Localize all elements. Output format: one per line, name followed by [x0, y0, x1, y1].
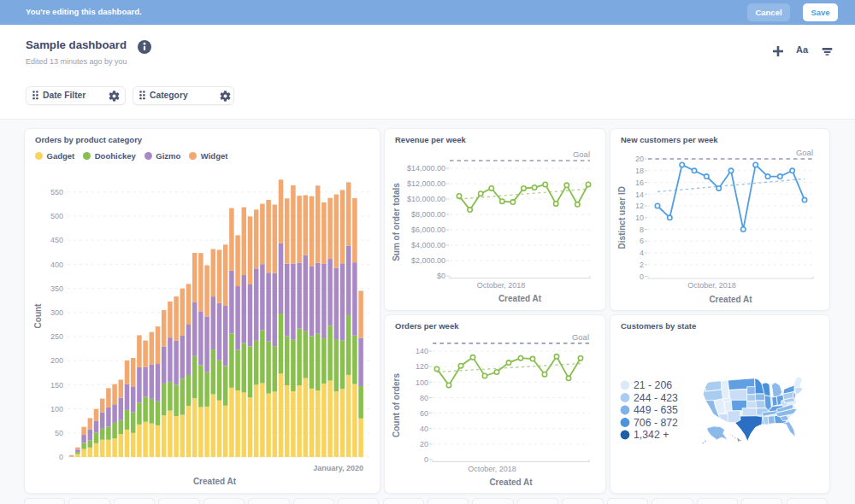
svg-text:12: 12: [635, 202, 644, 210]
svg-text:350: 350: [50, 284, 63, 293]
svg-text:Goal: Goal: [796, 148, 813, 157]
svg-text:Count of orders: Count of orders: [392, 373, 401, 437]
svg-text:Distinct user ID: Distinct user ID: [617, 186, 627, 249]
svg-text:0: 0: [59, 453, 63, 461]
svg-text:$12,000.00: $12,000.00: [407, 179, 445, 188]
svg-text:500: 500: [50, 212, 63, 220]
svg-text:16: 16: [635, 179, 644, 187]
svg-text:60: 60: [420, 409, 428, 418]
svg-text:706 - 872: 706 - 872: [634, 417, 678, 429]
svg-text:Goal: Goal: [573, 149, 590, 159]
svg-text:Created At: Created At: [498, 294, 542, 303]
svg-text:18: 18: [635, 167, 644, 175]
svg-text:January, 2020: January, 2020: [313, 464, 363, 472]
svg-text:Goal: Goal: [572, 332, 589, 342]
svg-text:100: 100: [50, 405, 63, 413]
svg-text:80: 80: [420, 394, 428, 402]
svg-text:Count: Count: [33, 303, 43, 329]
svg-text:$2,000.00: $2,000.00: [411, 256, 445, 265]
svg-text:244 - 423: 244 - 423: [634, 392, 678, 404]
svg-text:200: 200: [50, 356, 63, 365]
svg-text:40: 40: [420, 425, 428, 433]
svg-text:8: 8: [640, 226, 644, 234]
svg-text:$6,000.00: $6,000.00: [411, 226, 445, 234]
svg-text:$14,000.00: $14,000.00: [407, 164, 445, 173]
svg-text:14: 14: [635, 190, 644, 199]
svg-text:120: 120: [416, 362, 428, 371]
svg-text:Created At: Created At: [489, 478, 533, 487]
svg-text:0: 0: [424, 455, 428, 464]
svg-text:250: 250: [50, 332, 63, 341]
svg-text:$4,000.00: $4,000.00: [411, 241, 445, 249]
svg-text:100: 100: [416, 378, 428, 387]
svg-text:449 - 635: 449 - 635: [634, 404, 678, 416]
svg-text:140: 140: [416, 347, 428, 355]
svg-text:1,342 +: 1,342 +: [634, 429, 669, 441]
svg-text:2: 2: [640, 261, 644, 269]
svg-text:0: 0: [640, 273, 644, 281]
svg-text:October, 2018: October, 2018: [687, 281, 736, 290]
svg-text:21 - 206: 21 - 206: [634, 379, 672, 391]
svg-text:20: 20: [420, 440, 428, 448]
svg-text:October, 2018: October, 2018: [468, 465, 516, 473]
svg-text:$8,000.00: $8,000.00: [411, 210, 445, 219]
svg-text:450: 450: [50, 236, 63, 244]
svg-text:Created At: Created At: [709, 295, 752, 304]
svg-text:6: 6: [640, 237, 644, 245]
svg-text:50: 50: [55, 429, 63, 437]
svg-text:$0: $0: [437, 272, 445, 280]
svg-text:$10,000.00: $10,000.00: [407, 195, 445, 203]
svg-text:150: 150: [50, 381, 63, 390]
svg-text:Sum of order totals: Sum of order totals: [392, 183, 401, 261]
svg-text:October, 2018: October, 2018: [477, 281, 526, 290]
svg-text:10: 10: [635, 214, 644, 222]
svg-text:20: 20: [635, 155, 644, 163]
svg-text:300: 300: [50, 308, 63, 317]
svg-text:4: 4: [640, 249, 644, 257]
svg-text:400: 400: [50, 261, 63, 269]
svg-text:550: 550: [50, 188, 63, 196]
svg-text:Created At: Created At: [193, 477, 237, 486]
